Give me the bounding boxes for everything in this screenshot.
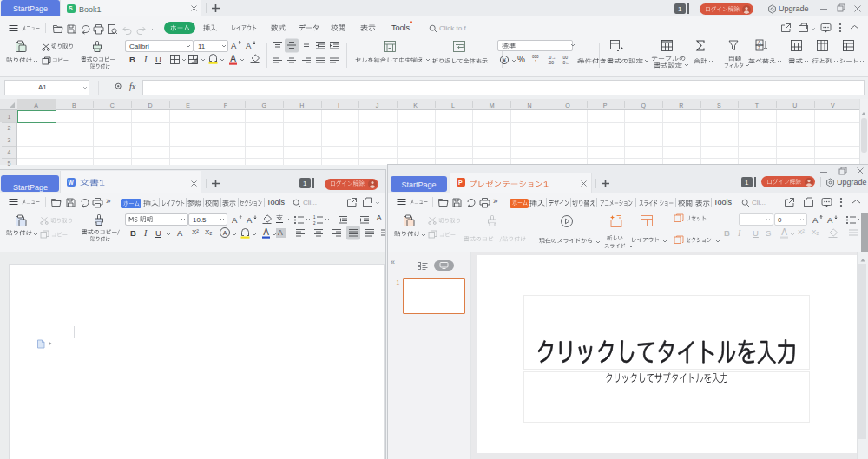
svg-text:¥: ¥ xyxy=(503,56,506,62)
svg-text:A: A xyxy=(758,40,761,45)
svg-text:A: A xyxy=(232,215,238,225)
svg-text:A: A xyxy=(827,215,833,225)
svg-text:A: A xyxy=(263,227,269,237)
svg-text:A: A xyxy=(246,41,252,50)
svg-text:A: A xyxy=(812,215,819,225)
svg-text:A: A xyxy=(231,41,237,50)
svg-text:A: A xyxy=(223,230,227,236)
svg-text:Z: Z xyxy=(758,45,760,50)
svg-text:1: 1 xyxy=(313,215,316,220)
svg-text:A: A xyxy=(781,227,787,237)
svg-text:A: A xyxy=(247,215,253,225)
svg-text:2: 2 xyxy=(313,221,316,226)
svg-text:A: A xyxy=(230,54,236,63)
